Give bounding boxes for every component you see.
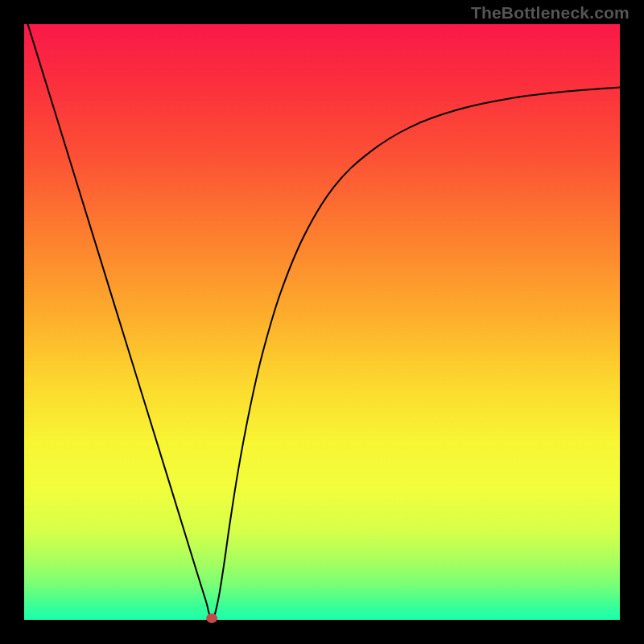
chart-background	[24, 24, 620, 620]
bottleneck-chart	[0, 0, 644, 644]
chart-frame: TheBottleneck.com	[0, 0, 644, 644]
optimal-point-marker	[206, 613, 217, 623]
